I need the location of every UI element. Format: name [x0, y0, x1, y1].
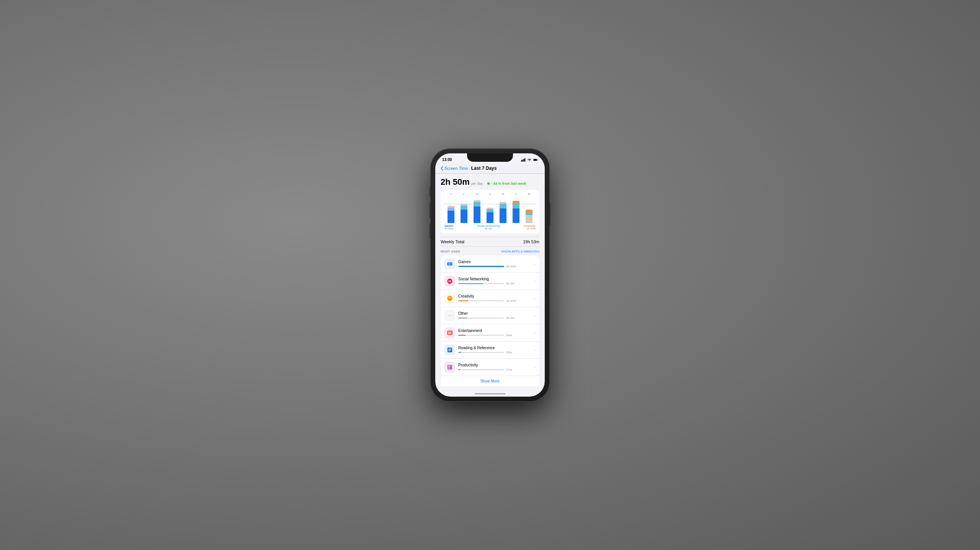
notch: [467, 153, 513, 162]
entertainment-icon: [444, 327, 455, 338]
phone-screen: 13:00: [435, 153, 545, 397]
svg-rect-29: [448, 351, 450, 351]
svg-point-21: [449, 298, 450, 299]
bar-t1: [446, 206, 456, 223]
home-indicator: [475, 393, 505, 394]
svg-rect-28: [448, 350, 451, 350]
productivity-bar-row: 17m: [458, 368, 532, 371]
bar-w: [524, 210, 534, 223]
creativity-time: 1h 13m: [506, 299, 516, 303]
social-label: Social Networking 3h 2m: [477, 225, 500, 230]
chevron-left-icon: [441, 166, 444, 171]
svg-rect-24: [449, 332, 450, 334]
show-more-button[interactable]: Show More: [441, 376, 539, 386]
games-time: 5h 40m: [506, 265, 516, 268]
phone-body: 13:00: [431, 149, 549, 401]
svg-rect-1: [522, 159, 523, 161]
svg-rect-6: [534, 159, 537, 161]
games-icon: [444, 259, 455, 269]
creativity-bar-fill: [458, 300, 468, 301]
games-bar-fill: [458, 266, 504, 267]
day-w: W: [524, 193, 534, 195]
entertainment-bar-bg: [458, 335, 504, 336]
games-bar-bg: [458, 266, 504, 267]
volume-up-button: [430, 202, 431, 218]
show-apps-button[interactable]: SHOW APPS & WEBSITES: [501, 250, 539, 253]
battery-icon: [533, 158, 538, 162]
entertainment-time: 54m: [506, 334, 512, 337]
app-item-reading[interactable]: Reading & Reference 25m ›: [441, 342, 539, 359]
productivity-bar-fill: [458, 369, 461, 370]
social-bar-row: 3h 2m: [458, 282, 532, 285]
entertainment-name: Entertainment: [458, 329, 532, 333]
status-icons: [521, 158, 538, 162]
social-info: Social Networking 3h 2m: [458, 277, 532, 285]
entertainment-info: Entertainment 54m: [458, 329, 532, 337]
social-icon: [444, 276, 455, 286]
svg-rect-5: [537, 159, 538, 160]
productivity-time: 17m: [506, 368, 512, 371]
svg-rect-23: [448, 332, 449, 334]
creativity-name: Creativity: [458, 294, 532, 298]
other-bar-fill: [458, 317, 467, 319]
percent-dot: [487, 182, 490, 185]
svg-rect-27: [448, 349, 451, 349]
weekly-total-value: 19h 53m: [523, 239, 539, 244]
other-time: 1h 2m: [506, 316, 514, 320]
social-time: 3h 2m: [506, 282, 514, 285]
nav-bar: Screen Time Last 7 Days: [435, 164, 545, 174]
svg-rect-3: [524, 158, 525, 161]
svg-point-19: [450, 298, 451, 299]
phone-device: 13:00: [431, 149, 549, 401]
weekly-total: Weekly Total 19h 53m: [441, 237, 539, 247]
back-label: Screen Time: [444, 166, 468, 171]
app-item-social[interactable]: Social Networking 3h 2m ›: [441, 273, 539, 290]
day-m: M: [498, 193, 508, 195]
day-t2: T: [511, 193, 521, 195]
social-bar-bg: [458, 283, 504, 284]
other-bar-row: 1h 2m: [458, 316, 532, 320]
per-day-label: per day: [471, 182, 483, 186]
app-item-creativity[interactable]: Creativity 1h 13m ›: [441, 290, 539, 307]
svg-rect-30: [448, 365, 452, 369]
bar-s1: [472, 200, 482, 223]
social-bar-fill: [458, 283, 483, 284]
app-item-entertainment[interactable]: Entertainment 54m ›: [441, 324, 539, 342]
creativity-chevron-icon: ›: [534, 296, 536, 301]
page-title: Last 7 Days: [471, 166, 497, 171]
svg-rect-2: [523, 159, 524, 161]
app-item-games[interactable]: Games 5h 40m ›: [441, 255, 539, 273]
games-info: Games 5h 40m: [458, 260, 532, 268]
other-info: Other 1h 2m: [458, 311, 532, 320]
other-bar-bg: [458, 317, 504, 319]
volume-down-button: [430, 223, 431, 239]
games-bar-row: 5h 40m: [458, 265, 532, 268]
svg-point-8: [448, 264, 449, 264]
games-chevron-icon: ›: [534, 262, 536, 266]
day-f: F: [459, 193, 469, 195]
app-list: Games 5h 40m ›: [441, 255, 539, 376]
productivity-icon: [444, 362, 455, 373]
main-content: 2h 50m per day ↑ 84 % from last week T: [435, 174, 545, 397]
bar-s2: [485, 208, 495, 223]
reading-info: Reading & Reference 25m: [458, 346, 532, 354]
day-t1: T: [446, 193, 456, 195]
app-item-productivity[interactable]: Productivity 17m ›: [441, 359, 539, 376]
power-button: [549, 202, 550, 225]
reading-name: Reading & Reference: [458, 346, 532, 350]
app-item-other[interactable]: ··· Other 1h 2m ›: [441, 307, 539, 324]
back-button[interactable]: Screen Time: [441, 166, 468, 171]
creativity-bar-bg: [458, 300, 504, 301]
svg-point-18: [449, 298, 450, 299]
svg-rect-0: [521, 160, 522, 161]
chart-days: T F S S M T W: [444, 193, 536, 195]
day-s2: S: [485, 193, 495, 195]
time-display: 2h 50m: [441, 177, 470, 187]
chart-bars: [444, 196, 536, 223]
chart-container: T F S S M T W: [441, 190, 539, 234]
other-chevron-icon: ›: [534, 313, 536, 318]
reading-bar-fill: [458, 352, 461, 353]
other-icon: ···: [444, 310, 455, 321]
time-hours: 2h: [441, 177, 451, 187]
reading-time: 25m: [506, 351, 512, 354]
